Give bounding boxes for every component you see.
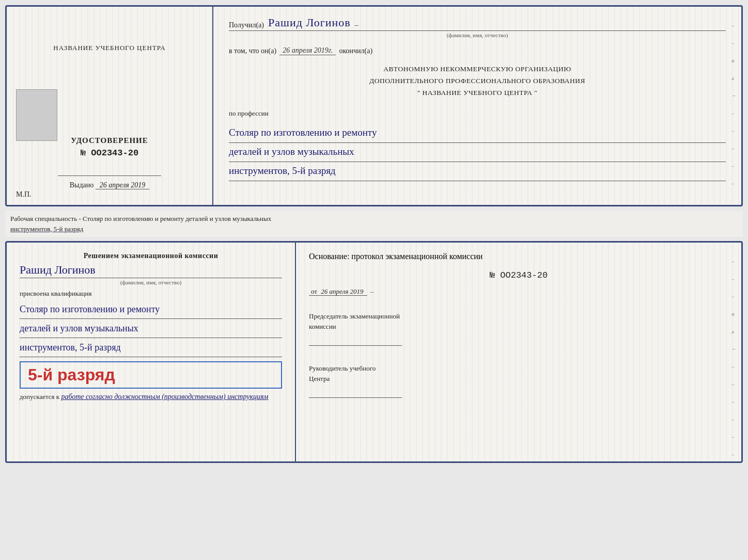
rukovoditel-title: Руководитель учебного Центра [309,363,728,383]
rank-box: 5-й разряд [20,361,282,389]
okonchil-label: окончил(а) [339,47,372,55]
predsedatel-block: Председатель экзаменационной комиссии [309,311,728,353]
qual-line1: Столяр по изготовлению и ремонту [20,300,282,319]
qual-line3: инструментов, 5-й разряд [20,338,282,357]
mp-label: М.П. [16,190,32,199]
org-name: " НАЗВАНИЕ УЧЕБНОГО ЦЕНТРА " [417,87,538,99]
page-wrapper: НАЗВАНИЕ УЧЕБНОГО ЦЕНТРА УДОСТОВЕРЕНИЕ №… [5,5,743,463]
recipient-name: Рашид Логинов [268,16,351,29]
vydano-line: Выдано 26 апреля 2019 [70,181,150,195]
separator-line2: инструментов, 5-й разряд [10,225,83,233]
vtom-line: в том, что он(а) 26 апреля 2019г. окончи… [229,46,726,55]
top-left-panel: НАЗВАНИЕ УЧЕБНОГО ЦЕНТРА УДОСТОВЕРЕНИЕ №… [7,7,213,205]
dopuskaetsya-italic: работе согласно должностным (производств… [61,393,268,401]
top-right-panel: Получил(а) Рашид Логинов – (фамилия, имя… [213,7,741,205]
profession-line2: деталей и узлов музыкальных [229,143,726,162]
bottom-fio-block: Рашид Логинов (фамилия, имя, отчество) [20,263,282,285]
org-line1: АВТОНОМНУЮ НЕКОММЕРЧЕСКУЮ ОРГАНИЗАЦИЮ [229,63,726,75]
bottom-left-panel: Решением экзаменационной комиссии Рашид … [7,243,296,461]
poluchil-label: Получил(а) [229,21,264,29]
right-edge-dashes: – – и а ← – – – – – [731,22,737,186]
qual-line2: деталей и узлов музыкальных [20,319,282,338]
osnovanie-text: Основание: протокол экзаменационной коми… [309,252,728,261]
qualification-block: Столяр по изготовлению и ремонту деталей… [20,300,282,357]
ot-date: 26 апреля 2019 [321,287,363,295]
dopuskaetsya-prefix: допускается к [20,393,59,401]
po-professii-label: по профессии [229,109,726,118]
bottom-right-panel: Основание: протокол экзаменационной коми… [296,243,741,461]
learning-center-title: НАЗВАНИЕ УЧЕБНОГО ЦЕНТРА [53,43,165,54]
dopuskaetsya-block: допускается к работе согласно должностны… [20,393,282,401]
vydano-date: 26 апреля 2019 [96,181,149,189]
org-line2: ДОПОЛНИТЕЛЬНОГО ПРОФЕССИОНАЛЬНОГО ОБРАЗО… [229,75,726,87]
resheniem-title: Решением экзаменационной комиссии [20,252,282,260]
photo-placeholder [16,89,57,141]
protocol-number: № OO2343-20 [309,270,728,280]
profession-line1: Столяр по изготовлению и ремонту [229,124,726,143]
predsedatel-signature-line [309,334,402,346]
vydano-label: Выдано [70,181,94,189]
vtom-prefix: в том, что он(а) [229,47,276,55]
profession-line3: инструментов, 5-й разряд [229,162,726,181]
ot-prefix: от [311,287,317,295]
bottom-document: Решением экзаменационной комиссии Рашид … [5,241,743,463]
bottom-right-edge-dashes: – – – и а ← – – – – – – [731,258,737,457]
bottom-fio-sublabel: (фамилия, имя, отчество) [20,279,282,285]
udostoverenie-title: УДОСТОВЕРЕНИЕ [71,136,148,145]
top-document: НАЗВАНИЕ УЧЕБНОГО ЦЕНТРА УДОСТОВЕРЕНИЕ №… [5,5,743,206]
predsedatel-title: Председатель экзаменационной комиссии [309,311,728,331]
profession-block: Столяр по изготовлению и ремонту деталей… [229,124,726,182]
bottom-fio-name: Рашид Логинов [20,263,282,278]
prisvoena-label: присвоена квалификация [20,290,282,298]
rank-text: 5-й разряд [28,365,115,384]
recipient-block: Получил(а) Рашид Логинов – (фамилия, имя… [229,16,726,38]
udostoverenie-number: № OO2343-20 [71,148,148,158]
org-block: АВТОНОМНУЮ НЕКОММЕРЧЕСКУЮ ОРГАНИЗАЦИЮ ДО… [229,63,726,99]
fio-sublabel: (фамилия, имя, отчество) [229,32,726,38]
ot-line: от 26 апреля 2019 – [309,287,728,296]
separator-line1: Рабочая специальность - Столяр по изгото… [10,215,271,222]
rukovoditel-signature-line [309,387,402,398]
rukovoditel-block: Руководитель учебного Центра [309,363,728,405]
vtom-date: 26 апреля 2019г. [279,46,336,55]
separator-text: Рабочая специальность - Столяр по изгото… [5,211,743,237]
